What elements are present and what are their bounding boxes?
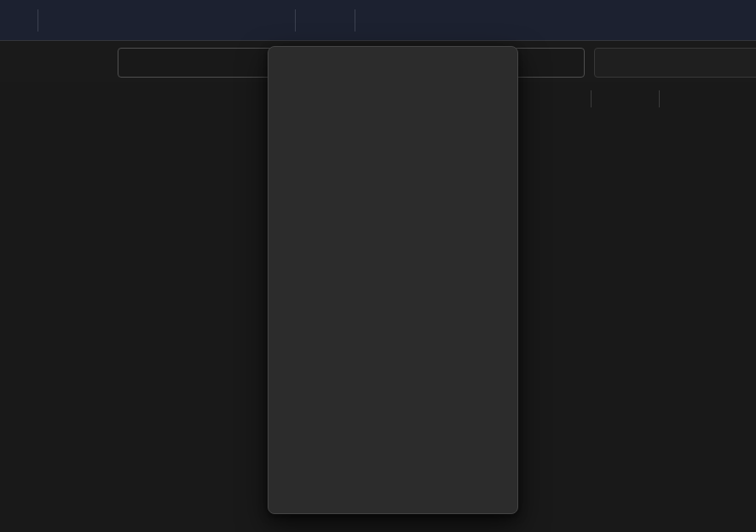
toolbar-separator bbox=[295, 9, 296, 32]
view-button[interactable] bbox=[331, 6, 353, 35]
address-dropdown-button[interactable] bbox=[524, 48, 550, 78]
context-menu bbox=[268, 46, 518, 514]
extract-all-button[interactable] bbox=[361, 6, 377, 35]
see-more-button[interactable] bbox=[387, 6, 419, 35]
delete-button[interactable] bbox=[252, 6, 285, 35]
new-button[interactable] bbox=[12, 6, 34, 35]
up-button[interactable] bbox=[84, 47, 113, 76]
rename-button[interactable] bbox=[169, 6, 201, 35]
refresh-button[interactable] bbox=[555, 48, 580, 78]
sort-button[interactable] bbox=[302, 6, 324, 35]
column-separator[interactable] bbox=[659, 90, 660, 107]
back-button[interactable] bbox=[3, 47, 32, 76]
sidebar bbox=[0, 82, 130, 532]
column-separator[interactable] bbox=[591, 90, 592, 107]
file-explorer-window bbox=[0, 0, 756, 532]
share-button[interactable] bbox=[211, 6, 243, 35]
command-bar bbox=[0, 0, 756, 41]
recent-locations-button[interactable] bbox=[61, 47, 87, 76]
search-input[interactable] bbox=[594, 48, 756, 78]
toolbar-separator bbox=[38, 9, 38, 32]
forward-button[interactable] bbox=[32, 47, 61, 76]
cut-button[interactable] bbox=[43, 6, 76, 35]
toolbar-separator bbox=[355, 9, 355, 32]
paste-button[interactable] bbox=[127, 6, 159, 35]
copy-button[interactable] bbox=[85, 6, 118, 35]
